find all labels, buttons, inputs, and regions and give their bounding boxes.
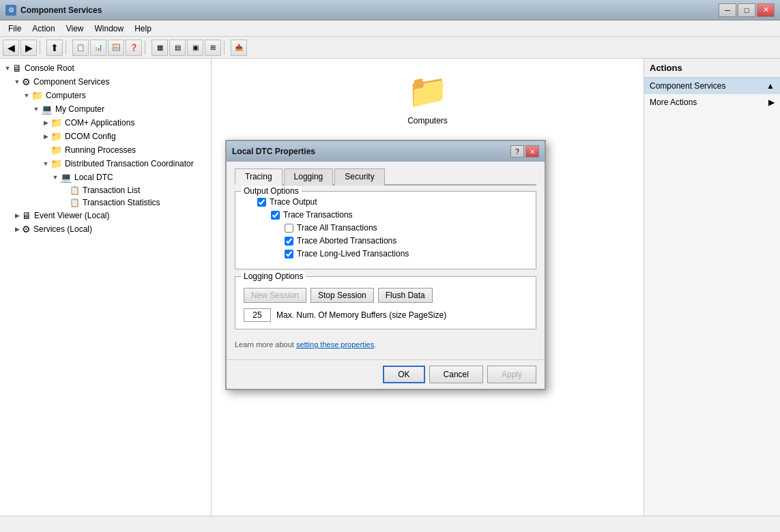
learn-more-row: Learn more about setting these propertie… xyxy=(235,338,536,351)
tree-com-apps[interactable]: ▶ 📁 COM+ Applications xyxy=(0,116,211,130)
trace-transactions-label: Trace Transactions xyxy=(283,210,353,220)
dialog-footer: OK Cancel Apply xyxy=(227,359,545,389)
trace-long-lived-checkbox[interactable] xyxy=(285,250,293,258)
dcom-label: DCOM Config xyxy=(65,132,116,141)
cs-icon: ⚙ xyxy=(22,76,31,87)
view1-button[interactable]: ▦ xyxy=(151,40,168,56)
trace-transactions-checkbox[interactable] xyxy=(271,211,280,220)
memory-buffers-row: Max. Num. Of Memory Buffers (size PageSi… xyxy=(244,308,528,322)
tree-console-root[interactable]: ▼ 🖥 Console Root xyxy=(0,61,211,75)
trace-aborted-row: Trace Aborted Transactions xyxy=(244,236,528,246)
trace-all-checkbox[interactable] xyxy=(285,224,293,233)
view2-button[interactable]: ▤ xyxy=(169,40,186,56)
tab-tracing[interactable]: Tracing xyxy=(235,168,283,186)
show-details-button[interactable]: 📊 xyxy=(90,40,106,56)
ok-button[interactable]: OK xyxy=(383,366,424,383)
learn-more-suffix: . xyxy=(374,340,376,349)
tree-services-local[interactable]: ▶ ⚙ Services (Local) xyxy=(0,222,211,236)
menu-action[interactable]: Action xyxy=(27,23,60,35)
tree-transaction-statistics[interactable]: 📋 Transaction Statistics xyxy=(0,196,211,209)
actions-cs-arrow: ▲ xyxy=(766,81,775,91)
tree-toggle-running xyxy=(41,145,50,155)
actions-component-services[interactable]: Component Services ▲ xyxy=(644,78,780,94)
help-button[interactable]: ❓ xyxy=(126,40,142,56)
trace-output-checkbox[interactable] xyxy=(257,198,266,207)
tree-toggle-cs: ▼ xyxy=(12,77,22,87)
tree-toggle-comapps: ▶ xyxy=(41,118,50,128)
maximize-button[interactable]: □ xyxy=(738,3,755,17)
export-button[interactable]: 📤 xyxy=(231,40,247,56)
mycomputer-label: My Computer xyxy=(55,104,104,114)
tree-running-processes[interactable]: 📁 Running Processes xyxy=(0,143,211,157)
console-root-label: Console Root xyxy=(25,63,74,73)
dialog-title-text: Local DTC Properties xyxy=(232,147,315,156)
actions-more[interactable]: More Actions ▶ xyxy=(644,94,780,110)
memory-buffers-input[interactable] xyxy=(244,308,271,322)
view4-button[interactable]: ⊞ xyxy=(205,40,221,56)
trace-all-transactions-row: Trace All Transactions xyxy=(244,223,528,233)
tree-toggle-computers: ▼ xyxy=(22,91,31,100)
tree-dtc[interactable]: ▼ 📁 Distributed Transaction Coordinator xyxy=(0,157,211,171)
dtc-label: Distributed Transaction Coordinator xyxy=(65,159,194,168)
dtc-icon: 📁 xyxy=(50,158,62,169)
trace-aborted-checkbox[interactable] xyxy=(285,237,293,246)
tree-transaction-list[interactable]: 📋 Transaction List xyxy=(0,184,211,196)
trace-long-lived-row: Trace Long-Lived Transactions xyxy=(244,249,528,258)
localdtc-icon: 💻 xyxy=(60,172,72,183)
back-button[interactable]: ◀ xyxy=(3,40,19,56)
computers-label: Computers xyxy=(46,91,86,100)
dialog-close-button[interactable]: ✕ xyxy=(525,145,539,158)
actions-panel: Actions Component Services ▲ More Action… xyxy=(644,59,780,516)
mycomputer-icon: 💻 xyxy=(41,104,53,115)
up-button[interactable]: ⬆ xyxy=(46,40,63,56)
menu-view[interactable]: View xyxy=(61,23,89,35)
content-area: 📁 Computers xyxy=(212,59,644,139)
flush-data-button[interactable]: Flush Data xyxy=(378,288,433,303)
txlist-icon: 📋 xyxy=(70,186,80,195)
tree-my-computer[interactable]: ▼ 💻 My Computer xyxy=(0,102,211,116)
view3-button[interactable]: ▣ xyxy=(187,40,203,56)
dialog-content: Tracing Logging Security Output Options … xyxy=(227,162,545,359)
window-title: Component Services xyxy=(20,5,714,15)
menu-file[interactable]: File xyxy=(3,23,27,35)
tree-toggle-txstats xyxy=(60,198,70,207)
tab-security[interactable]: Security xyxy=(334,168,384,186)
new-session-button[interactable]: New Session xyxy=(244,288,306,303)
tree-toggle-console-root: ▼ xyxy=(3,63,12,73)
apply-button[interactable]: Apply xyxy=(487,366,536,383)
stop-session-button[interactable]: Stop Session xyxy=(310,288,374,303)
trace-aborted-label: Trace Aborted Transactions xyxy=(297,236,396,246)
txstats-icon: 📋 xyxy=(70,198,80,207)
new-window-button[interactable]: 🪟 xyxy=(108,40,124,56)
trace-output-row: Trace Output xyxy=(244,197,528,207)
app-icon: ⚙ xyxy=(5,5,16,16)
cancel-button[interactable]: Cancel xyxy=(429,366,483,383)
cs-label: Component Services xyxy=(33,77,109,87)
show-scope-button[interactable]: 📋 xyxy=(72,40,89,56)
toolbar: ◀ ▶ ⬆ 📋 📊 🪟 ❓ ▦ ▤ ▣ ⊞ 📤 xyxy=(0,37,780,59)
logging-buttons-row: New Session Stop Session Flush Data xyxy=(244,288,528,303)
tree-component-services[interactable]: ▼ ⚙ Component Services xyxy=(0,75,211,89)
txlist-label: Transaction List xyxy=(83,186,140,195)
output-options-section: Output Options Trace Output Trace Transa… xyxy=(235,191,536,269)
minimize-button[interactable]: ─ xyxy=(719,3,736,17)
tree-dcom-config[interactable]: ▶ 📁 DCOM Config xyxy=(0,130,211,143)
dialog-title-controls: ? ✕ xyxy=(510,145,539,158)
menu-help[interactable]: Help xyxy=(129,23,157,35)
toolbar-sep2 xyxy=(66,41,70,55)
tree-local-dtc[interactable]: ▼ 💻 Local DTC xyxy=(0,171,211,184)
actions-more-arrow: ▶ xyxy=(768,98,775,107)
close-button[interactable]: ✕ xyxy=(757,3,775,17)
trace-long-lived-label: Trace Long-Lived Transactions xyxy=(297,249,409,258)
toolbar-sep1 xyxy=(40,41,44,55)
tab-logging[interactable]: Logging xyxy=(284,168,334,186)
learn-more-link[interactable]: setting these properties xyxy=(296,340,374,349)
tree-event-viewer[interactable]: ▶ 🖥 Event Viewer (Local) xyxy=(0,209,211,222)
logging-options-section: Logging Options New Session Stop Session… xyxy=(235,276,536,329)
tree-computers[interactable]: ▼ 📁 Computers xyxy=(0,89,211,102)
computers-icon: 📁 xyxy=(31,90,43,101)
dialog-help-button[interactable]: ? xyxy=(510,145,524,158)
forward-button[interactable]: ▶ xyxy=(20,40,37,56)
actions-header: Actions xyxy=(644,59,780,78)
menu-window[interactable]: Window xyxy=(89,23,130,35)
